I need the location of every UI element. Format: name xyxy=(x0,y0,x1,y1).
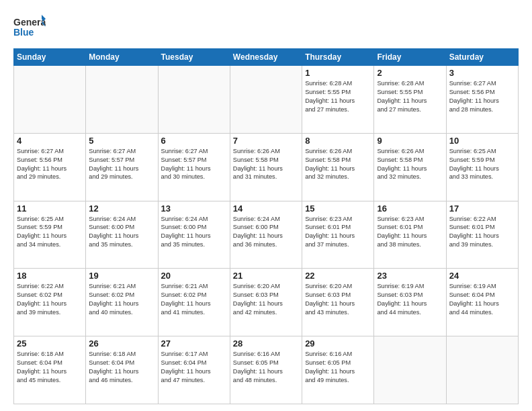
day-info: Sunrise: 6:24 AM Sunset: 6:00 PM Dayligh… xyxy=(89,215,154,250)
calendar-cell: 9Sunrise: 6:26 AM Sunset: 5:58 PM Daylig… xyxy=(374,133,446,201)
day-info: Sunrise: 6:21 AM Sunset: 6:02 PM Dayligh… xyxy=(161,282,227,317)
day-number: 20 xyxy=(161,271,227,281)
day-info: Sunrise: 6:16 AM Sunset: 6:05 PM Dayligh… xyxy=(305,350,371,385)
day-number: 2 xyxy=(377,68,443,78)
header-cell-wednesday: Wednesday xyxy=(230,49,302,66)
day-number: 9 xyxy=(377,136,443,146)
calendar-cell: 5Sunrise: 6:27 AM Sunset: 5:57 PM Daylig… xyxy=(86,133,158,201)
calendar-cell: 18Sunrise: 6:22 AM Sunset: 6:02 PM Dayli… xyxy=(14,269,86,336)
header-cell-saturday: Saturday xyxy=(446,49,518,66)
header-cell-thursday: Thursday xyxy=(302,49,374,66)
calendar-cell: 29Sunrise: 6:16 AM Sunset: 6:05 PM Dayli… xyxy=(302,336,374,404)
day-number: 22 xyxy=(305,271,371,281)
calendar-cell: 1Sunrise: 6:28 AM Sunset: 5:55 PM Daylig… xyxy=(302,66,374,134)
day-number: 21 xyxy=(233,271,299,281)
calendar-cell: 6Sunrise: 6:27 AM Sunset: 5:57 PM Daylig… xyxy=(158,133,230,201)
calendar-cell xyxy=(230,66,302,134)
day-info: Sunrise: 6:20 AM Sunset: 6:03 PM Dayligh… xyxy=(233,282,299,317)
calendar-cell: 20Sunrise: 6:21 AM Sunset: 6:02 PM Dayli… xyxy=(158,269,230,336)
day-number: 18 xyxy=(17,271,83,281)
calendar-cell: 22Sunrise: 6:20 AM Sunset: 6:03 PM Dayli… xyxy=(302,269,374,336)
page: General Blue SundayMondayTuesdayWednesda… xyxy=(0,0,532,411)
day-info: Sunrise: 6:20 AM Sunset: 6:03 PM Dayligh… xyxy=(305,282,371,317)
calendar-cell: 27Sunrise: 6:17 AM Sunset: 6:04 PM Dayli… xyxy=(158,336,230,404)
calendar-cell xyxy=(86,66,158,134)
day-info: Sunrise: 6:24 AM Sunset: 6:00 PM Dayligh… xyxy=(233,215,299,250)
day-info: Sunrise: 6:23 AM Sunset: 6:01 PM Dayligh… xyxy=(305,215,371,250)
day-number: 7 xyxy=(233,136,299,146)
calendar-cell: 8Sunrise: 6:26 AM Sunset: 5:58 PM Daylig… xyxy=(302,133,374,201)
calendar-cell: 4Sunrise: 6:27 AM Sunset: 5:56 PM Daylig… xyxy=(14,133,86,201)
calendar-cell xyxy=(14,66,86,134)
day-number: 27 xyxy=(161,338,227,349)
day-info: Sunrise: 6:25 AM Sunset: 5:59 PM Dayligh… xyxy=(17,215,83,250)
day-number: 12 xyxy=(89,203,154,214)
header-cell-monday: Monday xyxy=(86,49,158,66)
day-info: Sunrise: 6:27 AM Sunset: 5:56 PM Dayligh… xyxy=(449,79,515,114)
day-info: Sunrise: 6:19 AM Sunset: 6:03 PM Dayligh… xyxy=(377,282,443,317)
week-row-1: 4Sunrise: 6:27 AM Sunset: 5:56 PM Daylig… xyxy=(14,133,519,201)
day-info: Sunrise: 6:17 AM Sunset: 6:04 PM Dayligh… xyxy=(161,350,227,385)
day-number: 1 xyxy=(305,68,371,78)
calendar-cell xyxy=(374,336,446,404)
day-number: 17 xyxy=(449,203,515,214)
day-info: Sunrise: 6:18 AM Sunset: 6:04 PM Dayligh… xyxy=(17,350,83,385)
calendar-cell: 12Sunrise: 6:24 AM Sunset: 6:00 PM Dayli… xyxy=(86,201,158,269)
calendar-cell: 13Sunrise: 6:24 AM Sunset: 6:00 PM Dayli… xyxy=(158,201,230,269)
day-info: Sunrise: 6:18 AM Sunset: 6:04 PM Dayligh… xyxy=(89,350,154,385)
day-number: 26 xyxy=(89,338,154,349)
calendar-table: SundayMondayTuesdayWednesdayThursdayFrid… xyxy=(13,48,519,404)
day-info: Sunrise: 6:16 AM Sunset: 6:05 PM Dayligh… xyxy=(233,350,299,385)
week-row-0: 1Sunrise: 6:28 AM Sunset: 5:55 PM Daylig… xyxy=(14,66,519,134)
day-info: Sunrise: 6:19 AM Sunset: 6:04 PM Dayligh… xyxy=(449,282,515,317)
calendar-cell xyxy=(158,66,230,134)
day-number: 25 xyxy=(17,338,83,349)
day-info: Sunrise: 6:25 AM Sunset: 5:59 PM Dayligh… xyxy=(449,147,515,182)
day-info: Sunrise: 6:27 AM Sunset: 5:56 PM Dayligh… xyxy=(17,147,83,182)
calendar-cell: 3Sunrise: 6:27 AM Sunset: 5:56 PM Daylig… xyxy=(446,66,518,134)
day-number: 10 xyxy=(449,136,515,146)
header-cell-tuesday: Tuesday xyxy=(158,49,230,66)
header: General Blue xyxy=(13,11,519,43)
day-info: Sunrise: 6:28 AM Sunset: 5:55 PM Dayligh… xyxy=(305,79,371,114)
week-row-2: 11Sunrise: 6:25 AM Sunset: 5:59 PM Dayli… xyxy=(14,201,519,269)
day-info: Sunrise: 6:21 AM Sunset: 6:02 PM Dayligh… xyxy=(89,282,154,317)
day-number: 14 xyxy=(233,203,299,214)
day-number: 15 xyxy=(305,203,371,214)
calendar-cell: 24Sunrise: 6:19 AM Sunset: 6:04 PM Dayli… xyxy=(446,269,518,336)
day-number: 16 xyxy=(377,203,443,214)
day-info: Sunrise: 6:26 AM Sunset: 5:58 PM Dayligh… xyxy=(305,147,371,182)
calendar-cell: 28Sunrise: 6:16 AM Sunset: 6:05 PM Dayli… xyxy=(230,336,302,404)
svg-text:General: General xyxy=(13,17,46,28)
day-number: 19 xyxy=(89,271,154,281)
calendar-cell: 26Sunrise: 6:18 AM Sunset: 6:04 PM Dayli… xyxy=(86,336,158,404)
calendar-cell: 7Sunrise: 6:26 AM Sunset: 5:58 PM Daylig… xyxy=(230,133,302,201)
day-info: Sunrise: 6:27 AM Sunset: 5:57 PM Dayligh… xyxy=(89,147,154,182)
day-info: Sunrise: 6:28 AM Sunset: 5:55 PM Dayligh… xyxy=(377,79,443,114)
day-info: Sunrise: 6:24 AM Sunset: 6:00 PM Dayligh… xyxy=(161,215,227,250)
day-number: 24 xyxy=(449,271,515,281)
day-info: Sunrise: 6:27 AM Sunset: 5:57 PM Dayligh… xyxy=(161,147,227,182)
day-number: 11 xyxy=(17,203,83,214)
calendar-cell: 19Sunrise: 6:21 AM Sunset: 6:02 PM Dayli… xyxy=(86,269,158,336)
calendar-cell: 10Sunrise: 6:25 AM Sunset: 5:59 PM Dayli… xyxy=(446,133,518,201)
week-row-3: 18Sunrise: 6:22 AM Sunset: 6:02 PM Dayli… xyxy=(14,269,519,336)
logo-icon: General Blue xyxy=(13,13,46,40)
calendar-cell: 25Sunrise: 6:18 AM Sunset: 6:04 PM Dayli… xyxy=(14,336,86,404)
day-info: Sunrise: 6:22 AM Sunset: 6:02 PM Dayligh… xyxy=(17,282,83,317)
day-number: 6 xyxy=(161,136,227,146)
calendar-cell: 21Sunrise: 6:20 AM Sunset: 6:03 PM Dayli… xyxy=(230,269,302,336)
day-number: 3 xyxy=(449,68,515,78)
header-cell-friday: Friday xyxy=(374,49,446,66)
day-info: Sunrise: 6:23 AM Sunset: 6:01 PM Dayligh… xyxy=(377,215,443,250)
day-number: 8 xyxy=(305,136,371,146)
calendar-cell xyxy=(446,336,518,404)
day-number: 29 xyxy=(305,338,371,349)
calendar-cell: 11Sunrise: 6:25 AM Sunset: 5:59 PM Dayli… xyxy=(14,201,86,269)
calendar-cell: 14Sunrise: 6:24 AM Sunset: 6:00 PM Dayli… xyxy=(230,201,302,269)
day-number: 4 xyxy=(17,136,83,146)
header-row: SundayMondayTuesdayWednesdayThursdayFrid… xyxy=(14,49,519,66)
day-number: 5 xyxy=(89,136,154,146)
week-row-4: 25Sunrise: 6:18 AM Sunset: 6:04 PM Dayli… xyxy=(14,336,519,404)
header-cell-sunday: Sunday xyxy=(14,49,86,66)
